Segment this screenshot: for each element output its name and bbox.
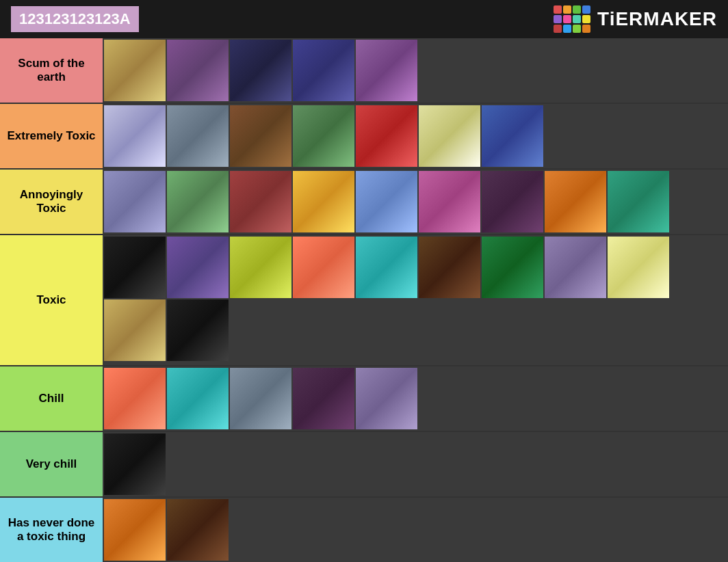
list-item — [608, 171, 669, 232]
tier-items-toxic — [103, 235, 728, 365]
list-item — [293, 105, 354, 167]
list-item — [419, 105, 480, 167]
list-item — [230, 237, 291, 298]
tier-items-scum — [103, 38, 728, 103]
list-title: 123123123123A — [11, 6, 139, 32]
list-item — [230, 171, 291, 232]
list-item — [545, 237, 606, 298]
list-item — [356, 171, 417, 232]
list-item — [356, 105, 417, 167]
tier-label-never-toxic: Has never done a toxic thing — [0, 498, 103, 562]
header: 123123123123A TiERMAKER — [0, 0, 728, 38]
tier-label-very-chill: Very chill — [0, 432, 103, 496]
list-item — [230, 40, 291, 101]
tier-row-extremely-toxic: Extremely Toxic — [0, 104, 728, 170]
tier-row-annoyingly-toxic: Annoyingly Toxic — [0, 170, 728, 235]
list-item — [167, 171, 229, 232]
list-item — [167, 40, 229, 101]
list-item — [482, 105, 543, 167]
list-item — [419, 237, 480, 298]
app-container: 123123123123A TiERMAKER Sc — [0, 0, 728, 562]
tier-label-chill: Chill — [0, 366, 103, 431]
tier-label-annoyingly-toxic: Annoyingly Toxic — [0, 170, 103, 234]
list-item — [167, 105, 229, 167]
list-item — [167, 499, 229, 561]
tier-label-extremely-toxic: Extremely Toxic — [0, 104, 103, 168]
tier-row-very-chill: Very chill — [0, 432, 728, 498]
logo-grid-icon — [554, 5, 590, 33]
list-item — [482, 171, 543, 232]
list-item — [104, 368, 166, 429]
list-item — [104, 433, 166, 495]
tier-items-annoyingly-toxic — [103, 170, 728, 234]
tier-label-toxic: Toxic — [0, 235, 103, 365]
tier-items-extremely-toxic — [103, 104, 728, 168]
tiermaker-logo: TiERMAKER — [554, 5, 717, 33]
tier-list: Scum of the earth Extremely Toxic — [0, 38, 728, 562]
tier-row-toxic: Toxic — [0, 235, 728, 366]
list-item — [419, 171, 480, 232]
tier-items-never-toxic — [103, 498, 728, 562]
list-item — [230, 105, 291, 167]
list-item — [104, 40, 166, 101]
list-item — [104, 105, 166, 167]
tier-row-never-toxic: Has never done a toxic thing — [0, 498, 728, 562]
tier-row-scum: Scum of the earth — [0, 38, 728, 104]
list-item — [167, 237, 229, 298]
list-item — [545, 171, 606, 232]
tier-label-scum: Scum of the earth — [0, 38, 103, 103]
list-item — [293, 237, 354, 298]
list-item — [293, 40, 354, 101]
list-item — [230, 368, 291, 429]
list-item — [356, 368, 417, 429]
list-item — [167, 299, 229, 361]
tier-items-chill — [103, 366, 728, 431]
list-item — [104, 237, 166, 298]
list-item — [293, 368, 354, 429]
logo-text: TiERMAKER — [597, 8, 717, 30]
list-item — [293, 171, 354, 232]
tier-row-chill: Chill — [0, 366, 728, 432]
tier-items-very-chill — [103, 432, 728, 496]
list-item — [356, 237, 417, 298]
list-item — [104, 499, 166, 561]
list-item — [356, 40, 417, 101]
list-item — [482, 237, 543, 298]
list-item — [608, 237, 669, 298]
list-item — [104, 299, 166, 361]
list-item — [104, 171, 166, 232]
list-item — [167, 368, 229, 429]
